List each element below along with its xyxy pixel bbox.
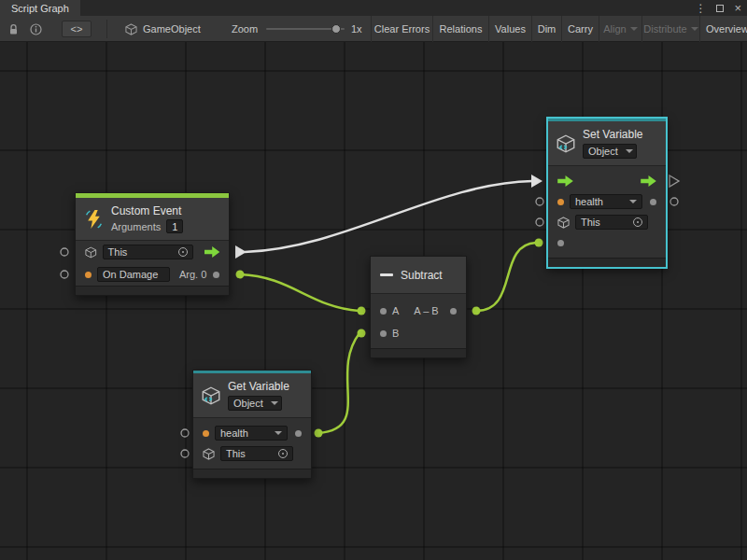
graph-owner-label: GameObject (143, 23, 201, 35)
tab-script-graph[interactable]: Script Graph (0, 0, 80, 16)
port-getvariable-name-in[interactable] (181, 429, 189, 437)
variable-target-row: This (193, 443, 311, 464)
flow-arrow-in-icon[interactable] (557, 175, 573, 187)
close-icon[interactable]: × (734, 2, 741, 14)
variable-cube-icon (202, 386, 220, 405)
string-port-icon[interactable] (85, 272, 92, 278)
target-picker-icon[interactable] (278, 449, 288, 458)
lightning-icon (84, 209, 104, 230)
output-port-icon[interactable] (450, 308, 457, 315)
target-object-field[interactable]: This (220, 446, 293, 461)
overview-button[interactable]: Overview (699, 16, 747, 42)
port-setvariable-flow-out[interactable] (669, 175, 679, 187)
variable-name-row: health (548, 191, 666, 212)
target-object-field[interactable]: This (103, 245, 193, 259)
custom-event-body: This On Damage Arg. 0 (76, 241, 229, 286)
wire-value-getvariable-to-subtract-b[interactable] (318, 333, 359, 433)
relations-button[interactable]: Relations (432, 16, 488, 42)
clear-errors-button[interactable]: Clear Errors (371, 16, 432, 42)
value-in-port-icon[interactable] (557, 240, 564, 246)
name-port-icon[interactable] (203, 430, 209, 437)
zoom-slider-handle[interactable] (331, 24, 341, 34)
chevron-down-icon (630, 27, 638, 31)
graph-toolbar: <> GameObject Zoom 1x Clear Errors (0, 16, 747, 42)
chevron-down-icon (626, 149, 633, 153)
flow-arrow-out-icon[interactable] (641, 175, 656, 187)
port-setvariable-target-in[interactable] (536, 218, 543, 226)
chevron-down-icon (271, 401, 278, 405)
chevron-down-icon (629, 200, 637, 203)
port-customevent-name-in[interactable] (61, 271, 68, 278)
carry-button[interactable]: Carry (561, 16, 599, 42)
arg0-port-icon[interactable] (213, 272, 219, 278)
variable-kind-dropdown[interactable]: Object (228, 396, 282, 411)
lock-icon-glyph (7, 23, 20, 35)
name-port-icon[interactable] (557, 199, 564, 205)
target-object-field[interactable]: This (575, 215, 648, 230)
zoom-slider[interactable] (266, 16, 345, 42)
custom-event-name-row: On Damage Arg. 0 (76, 263, 229, 286)
info-icon[interactable] (30, 16, 42, 42)
set-variable-header: Set Variable Object (548, 121, 666, 166)
variable-name-dropdown[interactable]: health (570, 194, 642, 209)
port-setvariable-value-out[interactable] (670, 198, 678, 205)
distribute-button[interactable]: Distribute (641, 16, 699, 42)
port-getvariable-target-in[interactable] (181, 450, 189, 457)
gameobject-cube-icon (125, 23, 137, 35)
lock-icon[interactable] (7, 16, 20, 42)
port-customevent-target-in[interactable] (61, 248, 68, 256)
wire-value-subtract-to-setvariable[interactable] (476, 243, 536, 311)
graph-canvas[interactable]: Custom Event Arguments 1 This (0, 42, 747, 560)
values-button[interactable]: Values (488, 16, 531, 42)
dim-button[interactable]: Dim (531, 16, 561, 42)
wire-value-arg0-to-subtract-a[interactable] (240, 274, 359, 311)
cube-icon (557, 217, 570, 229)
node-get-variable[interactable]: Get Variable Object health (192, 370, 312, 479)
target-picker-icon[interactable] (633, 217, 642, 227)
custom-event-header: Custom Event Arguments 1 (76, 198, 229, 241)
input-a-port-icon[interactable] (380, 308, 387, 315)
custom-event-target-row: This (76, 241, 229, 263)
variable-kind-dropdown[interactable]: Object (583, 144, 637, 159)
port-setvariable-value-in[interactable] (535, 239, 543, 247)
flow-row (548, 171, 666, 191)
variable-target-row: This (548, 212, 666, 232)
port-setvariable-name-in[interactable] (536, 198, 543, 205)
input-b-port-icon[interactable] (380, 330, 387, 337)
event-name-field[interactable]: On Damage (97, 267, 170, 282)
cube-icon (203, 448, 215, 460)
port-subtract-out[interactable] (472, 307, 481, 315)
zoom-slider-track[interactable] (266, 28, 345, 30)
graph-owner-field[interactable]: GameObject (125, 16, 201, 42)
code-icon: <> (62, 21, 92, 37)
port-subtract-a-in[interactable] (358, 307, 366, 315)
arg0-label: Arg. 0 (179, 269, 206, 280)
align-button[interactable]: Align (599, 16, 641, 42)
value-out-port-icon[interactable] (650, 199, 656, 205)
node-subtract[interactable]: Subtract A A – B B (370, 256, 467, 358)
variable-name-dropdown[interactable]: health (215, 426, 288, 441)
port-getvariable-out[interactable] (315, 429, 323, 438)
target-picker-icon[interactable] (178, 247, 188, 257)
window-menu-icon[interactable]: ⋮ (695, 3, 706, 14)
arguments-count-input[interactable]: 1 (166, 219, 183, 233)
node-set-variable[interactable]: Set Variable Object (547, 118, 667, 268)
flow-arrow-out-icon[interactable] (204, 246, 219, 258)
port-flow-out-customevent[interactable] (235, 245, 247, 259)
toolbar-buttons: Clear Errors Relations Values Dim Carry … (371, 16, 747, 42)
subtract-header: Subtract (371, 257, 466, 294)
port-arg0-out[interactable] (236, 271, 245, 279)
port-subtract-b-in[interactable] (358, 329, 366, 338)
port-flow-in-setvariable[interactable] (531, 175, 543, 188)
chevron-down-icon (275, 431, 282, 435)
node-custom-event[interactable]: Custom Event Arguments 1 This (75, 192, 230, 296)
node-footer (193, 469, 311, 478)
wire-flow-customevent-to-setvariable[interactable] (245, 181, 532, 252)
edit-graph-button[interactable]: <> (62, 16, 92, 42)
get-variable-header: Get Variable Object (193, 373, 311, 418)
value-out-port-icon[interactable] (295, 430, 302, 437)
node-title: Subtract (401, 269, 443, 282)
maximize-icon[interactable] (716, 5, 724, 12)
subtract-body: A A – B B (371, 294, 466, 348)
subtract-row-b: B (371, 322, 466, 344)
